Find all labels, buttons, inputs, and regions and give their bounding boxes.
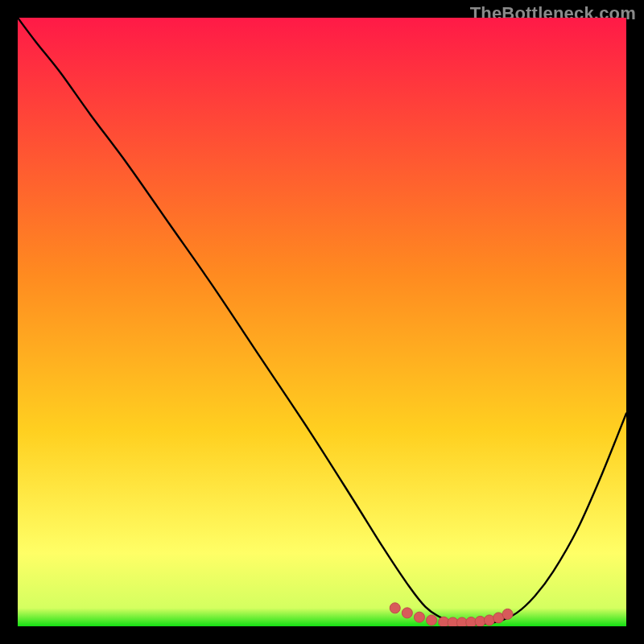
highlight-marker bbox=[427, 615, 437, 625]
highlight-marker bbox=[502, 609, 513, 619]
highlight-marker bbox=[402, 608, 412, 618]
plot-area bbox=[18, 18, 626, 626]
gradient-background bbox=[18, 18, 626, 626]
chart-svg bbox=[18, 18, 626, 626]
highlight-marker bbox=[414, 612, 424, 622]
highlight-marker bbox=[390, 603, 400, 613]
chart-container: TheBottleneck.com bbox=[0, 0, 644, 644]
